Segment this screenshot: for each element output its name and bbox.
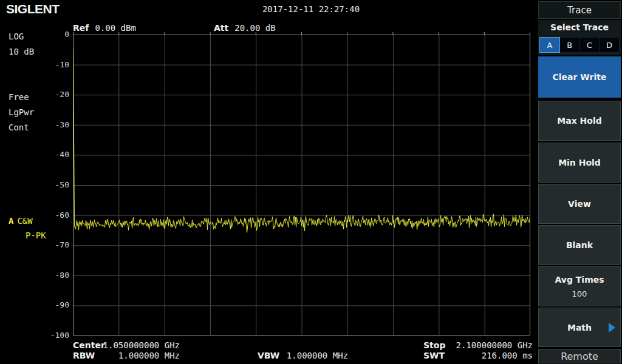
attenuation-readout: Att20.00 dB bbox=[214, 22, 282, 33]
math-button[interactable]: Math bbox=[538, 308, 621, 347]
rbw-label: RBW bbox=[73, 351, 95, 360]
ref-level-readout: Ref0.00 dBm bbox=[73, 22, 142, 33]
softkey-label: View bbox=[568, 199, 591, 209]
clear-write-button[interactable]: Clear Write bbox=[538, 56, 621, 98]
menu-title: Trace bbox=[538, 1, 621, 19]
att-label: Att bbox=[214, 23, 228, 33]
scale-type-label: LOG bbox=[9, 32, 24, 41]
view-button[interactable]: View bbox=[538, 184, 621, 224]
center-freq-value: 1.050000000 GHz bbox=[91, 340, 180, 350]
trace-select-a[interactable]: A bbox=[539, 37, 560, 53]
softkey-menu-panel: Trace Select Trace ABCD Clear WriteMax H… bbox=[538, 0, 622, 364]
trace-selector: ABCD bbox=[539, 37, 620, 53]
y-axis-tick-label: -60 bbox=[34, 211, 69, 220]
softkey-label: Min Hold bbox=[558, 158, 601, 167]
spectrum-analyzer-screen: SIGLENT 2017-12-11 22:27:40 Ref0.00 dBm … bbox=[0, 0, 622, 364]
softkey-value: 100 bbox=[572, 289, 587, 298]
detector-indicator: P-PK bbox=[26, 231, 46, 240]
swt-label: SWT bbox=[423, 351, 445, 360]
sweep-mode-label: Cont bbox=[9, 123, 29, 132]
ref-label: Ref bbox=[73, 23, 89, 33]
y-axis-tick-label: -90 bbox=[34, 300, 69, 309]
rbw-value: 1.000000 MHz bbox=[107, 351, 180, 360]
max-hold-button[interactable]: Max Hold bbox=[538, 101, 621, 141]
trigger-mode-label: Free bbox=[9, 92, 29, 102]
y-axis-tick-label: -10 bbox=[34, 60, 69, 69]
softkey-label: Max Hold bbox=[557, 116, 601, 126]
y-axis-tick-label: -40 bbox=[34, 150, 69, 159]
trace-select-c[interactable]: C bbox=[580, 37, 600, 53]
trace-letter: A bbox=[9, 216, 13, 226]
softkey-label: Math bbox=[567, 323, 592, 332]
select-trace-section: Select Trace ABCD bbox=[538, 20, 621, 55]
avg-times-button[interactable]: Avg Times100 bbox=[538, 266, 621, 306]
min-hold-button[interactable]: Min Hold bbox=[538, 143, 621, 183]
select-trace-label: Select Trace bbox=[538, 22, 621, 32]
softkey-label: Clear Write bbox=[553, 72, 607, 82]
trace-select-b[interactable]: B bbox=[560, 37, 580, 53]
vbw-value: 1.000000 MHz bbox=[275, 351, 348, 360]
swt-value: 216.000 ms bbox=[444, 351, 533, 360]
y-axis-tick-label: -20 bbox=[34, 90, 69, 99]
y-axis-tick-label: -100 bbox=[34, 331, 69, 340]
softkey-label: Avg Times bbox=[555, 275, 604, 285]
y-axis-tick-label: -30 bbox=[34, 120, 69, 129]
trace-select-d[interactable]: D bbox=[600, 37, 620, 53]
submenu-arrow-icon bbox=[609, 323, 615, 332]
spectrum-plot bbox=[73, 35, 530, 335]
softkey-label: Blank bbox=[566, 240, 593, 250]
att-value: 20.00 dB bbox=[234, 23, 275, 33]
y-axis-tick-label: 0 bbox=[34, 30, 69, 39]
y-axis-tick-label: -80 bbox=[34, 271, 69, 280]
trace-mode: C&W bbox=[17, 216, 32, 226]
trace-canvas bbox=[73, 35, 530, 335]
blank-button[interactable]: Blank bbox=[538, 225, 621, 265]
datetime-display: 2017-12-11 22:27:40 bbox=[0, 4, 622, 14]
stop-freq-value: 2.100000000 GHz bbox=[444, 340, 533, 350]
scale-per-div-label: 10 dB bbox=[9, 47, 34, 56]
ref-value: 0.00 dBm bbox=[95, 23, 135, 33]
trace-mode-indicator: AC&W bbox=[9, 216, 33, 226]
y-axis-tick-label: -70 bbox=[34, 240, 69, 249]
remote-status: Remote bbox=[538, 349, 621, 363]
preamp-state-label: LgPwr bbox=[9, 107, 34, 117]
stop-freq-label: Stop bbox=[423, 340, 445, 350]
y-axis-tick-label: -50 bbox=[34, 180, 69, 189]
